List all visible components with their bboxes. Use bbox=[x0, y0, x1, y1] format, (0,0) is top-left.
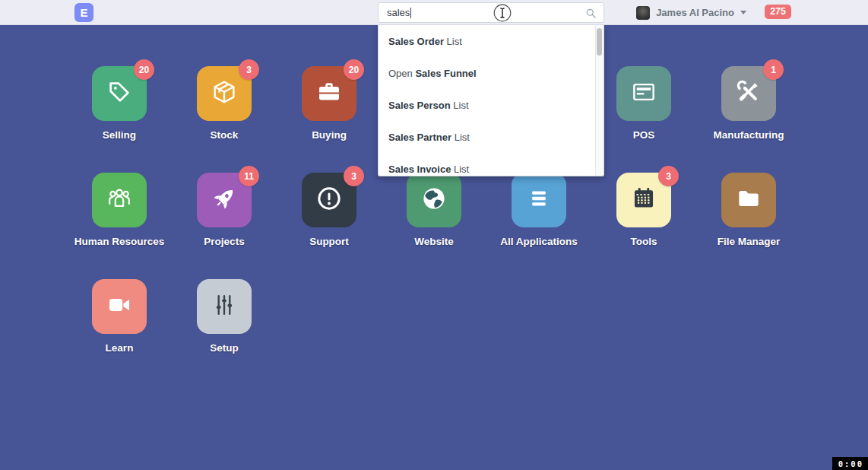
module-label: All Applications bbox=[500, 236, 578, 247]
globe-icon bbox=[420, 184, 448, 216]
user-avatar bbox=[636, 6, 650, 20]
module-count-badge[interactable]: 3 bbox=[344, 166, 364, 186]
module-label: Tools bbox=[631, 236, 657, 247]
search-results-dropdown: Sales Order List Open Sales Funnel Sales… bbox=[378, 25, 604, 176]
calendar-icon bbox=[629, 184, 658, 216]
tag-icon bbox=[105, 78, 134, 110]
menu-icon bbox=[524, 184, 553, 216]
module-pos[interactable]: POS bbox=[591, 66, 696, 173]
module-website[interactable]: Website bbox=[382, 173, 486, 279]
module-learn[interactable]: Learn bbox=[67, 279, 172, 386]
module-label: Manufacturing bbox=[714, 129, 784, 141]
module-label: POS bbox=[633, 129, 655, 141]
video-camera-icon bbox=[105, 291, 134, 322]
module-label: Learn bbox=[106, 342, 134, 354]
app-logo[interactable]: E bbox=[74, 3, 93, 22]
module-human-resources[interactable]: Human Resources bbox=[67, 173, 172, 279]
pos-terminal-icon bbox=[629, 78, 658, 110]
ibeam-cursor-icon bbox=[493, 3, 512, 23]
module-label: Projects bbox=[204, 236, 244, 247]
tools-crossed-icon bbox=[734, 78, 763, 110]
notifications-badge[interactable]: 275 bbox=[765, 5, 791, 19]
module-label: Selling bbox=[103, 129, 136, 141]
module-file-manager[interactable]: File Manager bbox=[696, 173, 801, 279]
global-search-input[interactable]: sales bbox=[378, 2, 604, 23]
module-label: Support bbox=[309, 236, 349, 247]
search-result-item[interactable]: Sales Order List bbox=[379, 25, 603, 57]
module-setup[interactable]: Setup bbox=[172, 279, 277, 386]
module-support[interactable]: 3 Support bbox=[277, 173, 382, 279]
scrollbar-thumb[interactable] bbox=[597, 28, 602, 56]
erpnext-desk: E sales bbox=[0, 0, 868, 470]
module-manufacturing[interactable]: 1 Manufacturing bbox=[696, 66, 801, 173]
chevron-down-icon bbox=[740, 11, 746, 14]
module-tools[interactable]: 3 Tools bbox=[591, 173, 696, 279]
text-caret bbox=[410, 8, 411, 18]
search-query-text: sales bbox=[387, 7, 410, 18]
module-buying[interactable]: 20 Buying bbox=[277, 66, 382, 173]
scrollbar-track[interactable] bbox=[595, 25, 603, 176]
module-count-badge[interactable]: 3 bbox=[239, 59, 259, 80]
search-results-list: Sales Order List Open Sales Funnel Sales… bbox=[379, 25, 603, 176]
box-icon bbox=[210, 78, 239, 110]
module-count-badge[interactable]: 3 bbox=[658, 166, 679, 186]
recording-timer: 0:00 bbox=[832, 457, 868, 470]
search-result-item[interactable]: Sales Person List bbox=[379, 89, 603, 121]
navbar: E sales bbox=[0, 0, 868, 25]
module-selling[interactable]: 20 Selling bbox=[67, 66, 172, 173]
briefcase-icon bbox=[315, 78, 344, 110]
module-count-badge[interactable]: 20 bbox=[134, 59, 154, 80]
user-name: James Al Pacino bbox=[656, 7, 734, 18]
module-stock[interactable]: 3 Stock bbox=[172, 66, 277, 173]
module-label: File Manager bbox=[718, 236, 781, 247]
module-count-badge[interactable]: 11 bbox=[239, 166, 259, 186]
rocket-icon bbox=[210, 184, 239, 216]
search-icon bbox=[584, 6, 598, 21]
folder-icon bbox=[734, 184, 763, 216]
user-menu[interactable]: James Al Pacino bbox=[636, 0, 746, 25]
module-count-badge[interactable]: 1 bbox=[763, 59, 784, 80]
module-label: Setup bbox=[210, 342, 239, 354]
sliders-icon bbox=[210, 291, 239, 322]
module-label: Website bbox=[414, 236, 454, 247]
module-projects[interactable]: 11 Projects bbox=[172, 173, 277, 279]
module-label: Buying bbox=[312, 129, 347, 141]
people-icon bbox=[105, 184, 134, 216]
module-label: Stock bbox=[211, 129, 239, 141]
search-result-item[interactable]: Sales Partner List bbox=[379, 121, 603, 153]
module-count-badge[interactable]: 20 bbox=[344, 59, 364, 80]
module-label: Human Resources bbox=[74, 236, 165, 247]
alert-circle-icon bbox=[315, 184, 344, 216]
search-result-item[interactable]: Open Sales Funnel bbox=[379, 57, 603, 89]
module-all-applications[interactable]: All Applications bbox=[486, 173, 591, 279]
search-result-item[interactable]: Sales Invoice List bbox=[379, 153, 603, 176]
